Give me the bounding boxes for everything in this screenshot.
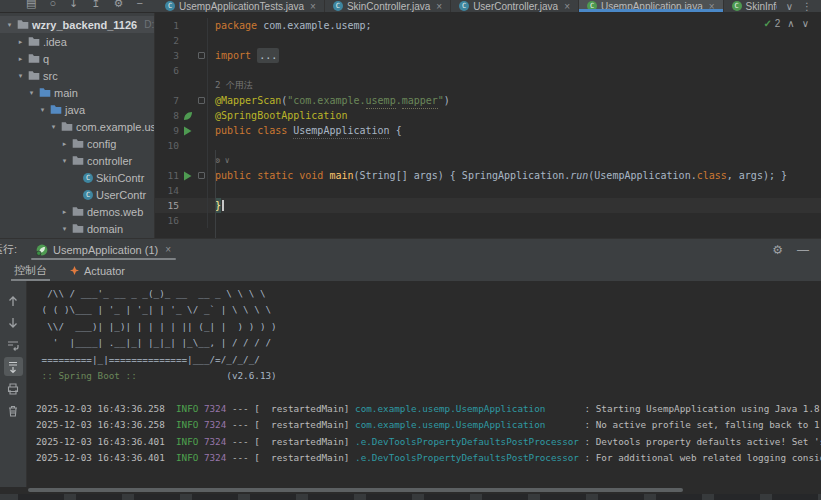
tree-item-java[interactable]: ▾java — [0, 101, 154, 118]
tree-chevron-icon[interactable]: ▾ — [27, 89, 36, 97]
code-line-1[interactable]: 1package com.example.usemp; — [155, 18, 821, 33]
editor-tab-usempapplicationtests-java[interactable]: CUsempApplicationTests.java× — [157, 0, 325, 12]
tree-item-controller[interactable]: ▾controller — [0, 152, 154, 169]
app-icon[interactable]: ▤ — [26, 0, 36, 10]
editor-tab-usercontroller-java[interactable]: CUserController.java× — [451, 0, 579, 12]
tree-item-label: main — [54, 87, 78, 99]
fold-box-icon[interactable] — [198, 172, 205, 179]
print-button[interactable] — [4, 379, 23, 398]
browser-icon[interactable]: ○ — [49, 0, 56, 9]
tree-chevron-icon[interactable]: ▾ — [60, 157, 69, 165]
tree-chevron-icon[interactable]: ▾ — [16, 72, 25, 80]
line-number: 10 — [155, 138, 179, 153]
fold-marker[interactable] — [196, 172, 207, 179]
tree-item-demos-web[interactable]: ▸demos.web — [0, 203, 154, 220]
code-line-text: public static void main(String[] args) {… — [207, 168, 787, 183]
run-tab-actuator[interactable]: Actuator — [66, 260, 128, 281]
next-problem-icon[interactable]: ∨ — [802, 18, 809, 29]
tree-chevron-icon[interactable]: ▸ — [16, 38, 25, 46]
tree-item-label: SkinContr — [96, 172, 144, 184]
tree-item-idea[interactable]: ▸.idea — [0, 33, 154, 50]
tree-chevron-icon[interactable]: ▾ — [38, 106, 47, 114]
code-line-10[interactable]: 10 — [155, 138, 821, 153]
tree-item-usercontr[interactable]: CUserContr — [0, 186, 154, 203]
editor-tab-skincontroller-java[interactable]: CSkinController.java× — [325, 0, 451, 12]
run-view-tabs: 控制台Actuator — [0, 260, 821, 281]
fold-marker[interactable] — [196, 97, 207, 104]
tree-item-main[interactable]: ▾main — [0, 84, 154, 101]
run-line-icon[interactable] — [179, 126, 196, 136]
code-line-2[interactable]: 2 — [155, 33, 821, 48]
code-vision-hint[interactable]: ⚙ ∨ — [215, 153, 229, 168]
scroll-to-end-button[interactable] — [4, 357, 23, 376]
code-line-14[interactable]: 14 — [155, 183, 821, 198]
tree-item-wzry-backend-1126[interactable]: ▾wzry_backend_1126D:\SXX\w — [0, 16, 154, 33]
hide-windows-icon[interactable]: − — [136, 0, 142, 9]
tree-item-src[interactable]: ▾src — [0, 67, 154, 84]
commit-icon[interactable]: ↥ — [91, 0, 100, 10]
line-number: 9 — [155, 123, 179, 138]
tree-chevron-icon[interactable]: ▾ — [5, 21, 14, 29]
log-lvl: INFO — [176, 419, 198, 430]
editor-options-icon[interactable]: ⋮ — [802, 1, 812, 12]
settings-gear-icon[interactable]: ⚙ — [772, 243, 783, 257]
tree-item-config[interactable]: ▸config — [0, 135, 154, 152]
code-line-text: 2 个用法 — [207, 78, 253, 93]
prev-problem-icon[interactable]: ∧ — [787, 18, 794, 29]
inspections-widget[interactable]: ✓ 2 ∧ ∨ — [764, 18, 809, 29]
fold-box-icon[interactable] — [198, 97, 205, 104]
code-line-6[interactable]: 6 — [155, 63, 821, 78]
tree-item-skincontr[interactable]: CSkinContr — [0, 169, 154, 186]
tab-close-icon[interactable]: × — [709, 1, 715, 12]
run-line-icon[interactable] — [179, 171, 196, 181]
console-hscroll-thumb[interactable] — [28, 488, 683, 492]
code-line-15[interactable]: 15} — [155, 198, 821, 213]
hidden-tabs-dropdown-icon[interactable]: ∨ — [786, 1, 793, 12]
close-run-tab-icon[interactable]: × — [165, 244, 171, 255]
code-token: { — [390, 123, 402, 138]
console-log-line: 2025-12-03 16:43:36.258 INFO 7324 --- [ … — [36, 401, 821, 417]
editor-tab-usempapplication-java[interactable]: CUsempApplication.java× — [579, 0, 724, 12]
run-config-tab[interactable]: UsempApplication (1) × — [29, 239, 178, 260]
code-line-8[interactable]: 8@SpringBootApplication — [155, 108, 821, 123]
tab-close-icon[interactable]: × — [310, 1, 316, 12]
code-line-11[interactable]: 11public static void main(String[] args)… — [155, 168, 821, 183]
line-number: 2 — [155, 33, 179, 48]
tab-close-icon[interactable]: × — [564, 1, 570, 12]
minimize-icon[interactable]: — — [797, 243, 809, 257]
run-tab-label: Actuator — [84, 265, 125, 277]
code-token: class — [697, 168, 727, 183]
tree-chevron-icon[interactable]: ▾ — [60, 225, 69, 233]
tab-close-icon[interactable]: × — [436, 1, 442, 12]
tree-chevron-icon[interactable]: ▸ — [60, 140, 69, 148]
tree-chevron-icon[interactable]: ▸ — [60, 208, 69, 216]
code-line-16[interactable]: 16 — [155, 213, 821, 228]
code-line-3[interactable]: 3import ... — [155, 48, 821, 63]
tree-item-label: src — [43, 70, 58, 82]
tree-item-com-example-use[interactable]: ▾com.example.use — [0, 118, 154, 135]
spring-bean-icon[interactable] — [179, 111, 196, 121]
code-line-7[interactable]: 7@MapperScan("com.example.usemp.mapper") — [155, 93, 821, 108]
settings-icon[interactable]: ⚙ — [114, 0, 124, 10]
tree-chevron-icon[interactable]: ▸ — [16, 55, 25, 63]
line-number: 8 — [155, 108, 179, 123]
soft-wrap-button[interactable] — [4, 335, 23, 354]
clear-all-button[interactable] — [4, 401, 23, 420]
code-line-text — [207, 63, 215, 78]
tree-item-q[interactable]: ▸q — [0, 50, 154, 67]
line-number: 3 — [155, 48, 179, 63]
log-pid: 7324 — [198, 436, 232, 447]
log-thr: --- [ restartedMain] — [232, 452, 355, 463]
jump-to-bottom-button[interactable] — [4, 313, 23, 332]
tree-item-label: wzry_backend_1126 — [32, 19, 137, 31]
editor-tab-skininfo[interactable]: CSkinInfo — [724, 0, 777, 12]
jump-to-top-button[interactable] — [4, 291, 23, 310]
update-project-icon[interactable]: ↧ — [69, 0, 78, 10]
run-tab-[interactable]: 控制台 — [11, 260, 50, 281]
code-line-9[interactable]: 9public class UsempApplication { — [155, 123, 821, 138]
fold-marker[interactable] — [196, 52, 207, 59]
tree-chevron-icon[interactable]: ▾ — [49, 123, 58, 131]
fold-box-icon[interactable] — [198, 52, 205, 59]
code-editor[interactable]: 1package com.example.usemp;23import ...6… — [155, 13, 821, 238]
tree-item-domain[interactable]: ▾domain — [0, 220, 154, 237]
